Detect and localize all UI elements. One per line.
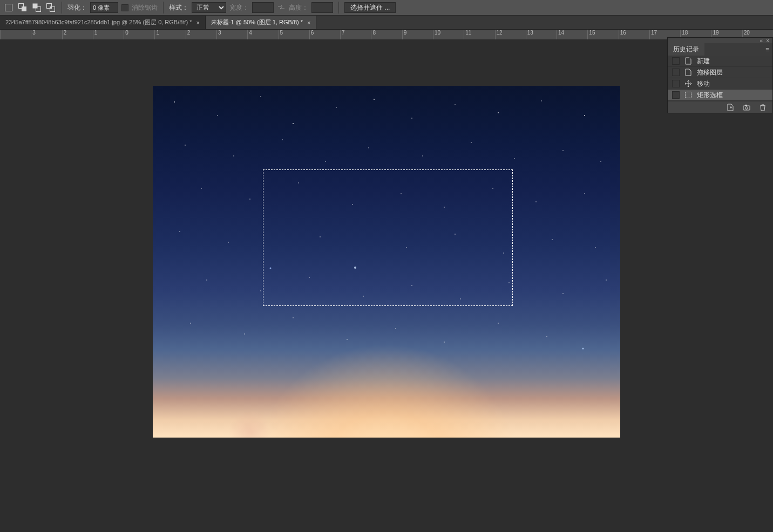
ruler-tick: 10 (433, 30, 464, 39)
marquee-icon (684, 91, 693, 99)
create-document-icon[interactable] (725, 102, 736, 113)
svg-point-18 (584, 115, 585, 116)
history-entry-drag-layer[interactable]: 拖移图层 (668, 67, 772, 78)
svg-point-63 (498, 323, 499, 324)
svg-rect-66 (686, 92, 691, 98)
height-label: 高度： (289, 3, 308, 12)
document-canvas[interactable] (153, 86, 620, 438)
document-tab-0[interactable]: 2345a7ff8798048b63c9faf921c285ddb1.jpg @… (0, 16, 206, 29)
svg-point-8 (174, 101, 175, 103)
ruler-tick (0, 30, 31, 39)
ruler-tick: 1 (154, 30, 185, 39)
ruler-tick: 5 (279, 30, 309, 39)
svg-point-15 (455, 104, 456, 105)
antialias-checkbox (121, 4, 128, 11)
workspace: 3 2 1 0 1 2 3 4 5 6 7 8 9 10 11 12 13 14… (0, 30, 773, 532)
ruler-tick: 0 (124, 30, 154, 39)
svg-point-14 (411, 118, 412, 119)
style-label: 样式： (169, 3, 188, 12)
move-icon (684, 80, 693, 87)
svg-point-64 (546, 336, 547, 337)
svg-point-56 (606, 279, 607, 281)
ruler-tick: 16 (619, 30, 649, 39)
close-icon[interactable]: × (307, 19, 310, 26)
svg-point-9 (217, 115, 218, 116)
svg-point-47 (595, 247, 596, 248)
height-field (311, 2, 333, 13)
svg-point-30 (249, 199, 250, 200)
svg-point-19 (185, 145, 186, 146)
history-list: 新建 拖移图层 移动 矩形选框 (668, 56, 772, 101)
camera-icon[interactable] (741, 102, 752, 113)
antialias-label: 消除锯齿 (132, 3, 158, 12)
width-label: 宽度： (229, 3, 249, 12)
ruler-tick: 13 (526, 30, 557, 39)
svg-point-48 (206, 279, 207, 281)
close-icon[interactable]: × (766, 38, 769, 44)
ruler-tick: 11 (464, 30, 494, 39)
separator (62, 2, 62, 13)
style-select[interactable]: 正常 (192, 2, 226, 13)
ruler-tick: 12 (495, 30, 526, 39)
svg-point-49 (260, 290, 261, 291)
svg-point-61 (395, 328, 396, 329)
history-tab[interactable]: 历史记录 (668, 43, 704, 56)
doc-icon (684, 57, 693, 65)
ruler-tick: 6 (309, 30, 340, 39)
ruler-tick: 1 (93, 30, 124, 39)
history-entry-marquee[interactable]: 矩形选框 (668, 90, 772, 101)
select-and-mask-button[interactable]: 选择并遮住 ... (344, 2, 396, 13)
svg-point-58 (244, 333, 245, 335)
intersect-selection-icon[interactable] (45, 2, 56, 13)
svg-point-11 (293, 123, 294, 124)
canvas-viewport[interactable] (0, 39, 773, 532)
history-entry-new[interactable]: 新建 (668, 56, 772, 67)
separator (338, 2, 339, 13)
ruler-tick: 14 (557, 30, 587, 39)
svg-point-27 (562, 150, 564, 151)
rectangular-marquee-selection[interactable] (263, 169, 513, 306)
svg-point-57 (190, 323, 191, 324)
svg-point-17 (541, 100, 542, 101)
svg-rect-67 (743, 106, 750, 110)
ruler-tick: 4 (247, 30, 278, 39)
history-panel: « × 历史记录 ≡ 新建 拖移图层 (667, 37, 773, 113)
ruler-tick: 2 (186, 30, 216, 39)
feather-input[interactable] (90, 2, 118, 13)
subtract-from-selection-icon[interactable] (31, 2, 42, 13)
snapshot-slot[interactable] (672, 57, 680, 65)
history-entry-label: 拖移图层 (697, 68, 723, 77)
collapse-icon[interactable]: « (760, 38, 763, 44)
svg-point-29 (201, 188, 202, 189)
new-selection-icon[interactable] (3, 2, 14, 13)
history-entry-label: 矩形选框 (697, 91, 723, 100)
snapshot-slot[interactable] (672, 91, 680, 99)
tab-label: 2345a7ff8798048b63c9faf921c285ddb1.jpg @… (5, 18, 192, 26)
menu-icon[interactable]: ≡ (765, 46, 769, 53)
panel-tab-bar: 历史记录 ≡ (668, 43, 772, 56)
snapshot-slot[interactable] (672, 80, 680, 87)
svg-point-12 (336, 107, 337, 108)
svg-rect-7 (50, 7, 52, 9)
snapshot-slot[interactable] (672, 69, 680, 76)
svg-point-68 (745, 106, 748, 109)
trash-icon[interactable] (757, 102, 768, 113)
ruler-tick: 7 (340, 30, 371, 39)
svg-point-20 (233, 155, 234, 156)
svg-point-28 (600, 161, 601, 162)
close-icon[interactable]: × (196, 19, 200, 26)
svg-point-21 (282, 139, 283, 140)
svg-point-26 (514, 158, 515, 159)
svg-point-10 (260, 96, 261, 97)
svg-point-36 (535, 201, 537, 202)
document-tab-1[interactable]: 未标题-1 @ 50% (图层 1, RGB/8) * × (206, 16, 317, 29)
svg-point-55 (562, 293, 564, 294)
svg-point-25 (471, 142, 472, 143)
svg-rect-0 (5, 4, 12, 11)
swap-wh-icon (277, 3, 286, 12)
history-entry-move[interactable]: 移动 (668, 78, 772, 90)
svg-point-39 (228, 242, 229, 243)
svg-point-13 (374, 99, 375, 100)
horizontal-ruler[interactable]: 3 2 1 0 1 2 3 4 5 6 7 8 9 10 11 12 13 14… (0, 30, 773, 39)
add-to-selection-icon[interactable] (17, 2, 28, 13)
